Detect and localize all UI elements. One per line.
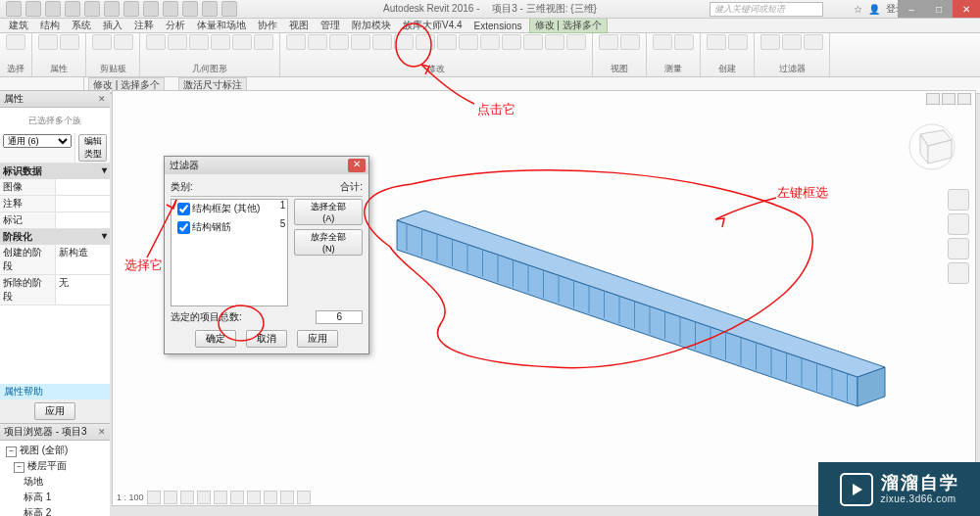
tree-item[interactable]: −楼层平面 xyxy=(2,458,108,474)
qat-icon[interactable] xyxy=(202,1,218,17)
dialog-close-button[interactable]: ✕ xyxy=(348,159,366,172)
view-max-icon[interactable] xyxy=(942,93,956,105)
ribbon-icon[interactable] xyxy=(437,34,457,50)
ribbon-icon[interactable] xyxy=(254,34,273,50)
ribbon-icon[interactable] xyxy=(502,34,521,50)
filter-checkbox[interactable] xyxy=(177,221,190,234)
help-search-input[interactable]: 健入关键词或短语 xyxy=(710,2,823,17)
ribbon-icon[interactable] xyxy=(545,34,564,50)
view-close-icon[interactable] xyxy=(957,93,971,105)
tree-item[interactable]: −视图 (全部) xyxy=(2,443,108,458)
expand-icon[interactable]: − xyxy=(14,462,24,473)
ribbon-tab[interactable]: 族库大师V4.4 xyxy=(398,19,467,32)
tree-item[interactable]: 标高 2 xyxy=(2,505,108,516)
rendering-icon[interactable] xyxy=(214,491,227,504)
ribbon-icon[interactable] xyxy=(38,34,58,50)
close-icon[interactable]: ✕ xyxy=(98,94,106,104)
ribbon-icon[interactable] xyxy=(416,34,435,50)
star-icon[interactable]: ☆ xyxy=(854,4,862,15)
close-icon[interactable]: ✕ xyxy=(98,427,106,437)
ribbon-icon[interactable] xyxy=(6,34,25,50)
ribbon-tab[interactable]: 管理 xyxy=(316,19,345,32)
apply-button[interactable]: 应用 xyxy=(34,402,75,420)
ribbon-icon[interactable] xyxy=(146,34,166,50)
select-all-button[interactable]: 选择全部(A) xyxy=(294,199,363,225)
ribbon-tab[interactable]: 协作 xyxy=(253,19,282,32)
qat-icon[interactable] xyxy=(84,1,100,17)
apply-button[interactable]: 应用 xyxy=(297,330,338,348)
type-selector[interactable]: 通用 (6) xyxy=(3,134,72,148)
qat-icon[interactable] xyxy=(6,1,22,17)
window-maximize-button[interactable]: □ xyxy=(925,0,953,18)
ribbon-tab[interactable]: 视图 xyxy=(284,19,314,32)
qat-icon[interactable] xyxy=(163,1,178,17)
ok-button[interactable]: 确定 xyxy=(195,330,236,348)
edit-type-button[interactable]: 编辑类型 xyxy=(78,134,107,162)
ribbon-icon[interactable] xyxy=(60,34,79,50)
prop-value[interactable]: 新构造 xyxy=(56,245,111,274)
properties-help-link[interactable]: 属性帮助 xyxy=(0,384,110,399)
ribbon-icon[interactable] xyxy=(394,34,414,50)
ribbon-tab[interactable]: 插入 xyxy=(98,19,127,32)
ribbon-tab[interactable]: 分析 xyxy=(161,19,190,32)
crop-region-icon[interactable] xyxy=(247,491,261,504)
qat-icon[interactable] xyxy=(45,1,61,17)
view-scale[interactable]: 1 : 100 xyxy=(117,493,144,502)
qat-icon[interactable] xyxy=(25,1,41,17)
shadows-icon[interactable] xyxy=(197,491,211,504)
sun-path-icon[interactable] xyxy=(180,491,194,504)
ribbon-icon[interactable] xyxy=(189,34,209,50)
ribbon-tab[interactable]: 体量和场地 xyxy=(192,19,251,32)
ribbon-icon[interactable] xyxy=(804,34,823,50)
window-minimize-button[interactable]: – xyxy=(898,0,925,18)
filter-item[interactable]: 结构钢筋5 xyxy=(172,218,287,237)
zoom-icon[interactable] xyxy=(948,238,969,259)
crop-icon[interactable] xyxy=(230,491,244,504)
lock-icon[interactable] xyxy=(264,491,277,504)
pan-icon[interactable] xyxy=(948,213,969,235)
deselect-all-button[interactable]: 放弃全部(N) xyxy=(294,229,363,256)
ribbon-tab[interactable]: 附加模块 xyxy=(347,19,396,32)
prop-value[interactable]: 无 xyxy=(56,275,111,305)
ribbon-icon[interactable] xyxy=(707,34,726,50)
ribbon-tab[interactable]: Extensions xyxy=(469,21,527,31)
ribbon-icon[interactable] xyxy=(653,34,672,50)
filter-checkbox[interactable] xyxy=(177,203,190,215)
ribbon-icon[interactable] xyxy=(329,34,349,50)
window-close-button[interactable]: ✕ xyxy=(953,0,980,18)
orbit-icon[interactable] xyxy=(948,262,969,284)
ribbon-icon[interactable] xyxy=(211,34,230,50)
ribbon-tab[interactable]: 结构 xyxy=(35,19,65,32)
view-min-icon[interactable] xyxy=(926,93,940,105)
qat-icon[interactable] xyxy=(143,1,159,17)
ribbon-icon[interactable] xyxy=(620,34,640,50)
expand-icon[interactable]: ▾ xyxy=(102,230,107,244)
qat-icon[interactable] xyxy=(65,1,80,17)
ribbon-tab[interactable]: 系统 xyxy=(67,19,96,32)
ribbon-icon[interactable] xyxy=(372,34,392,50)
cancel-button[interactable]: 取消 xyxy=(246,330,287,348)
ribbon-icon[interactable] xyxy=(674,34,694,50)
ribbon-icon[interactable] xyxy=(760,34,780,50)
ribbon-icon[interactable] xyxy=(459,34,478,50)
expand-icon[interactable]: ▾ xyxy=(102,164,107,178)
ribbon-icon[interactable] xyxy=(782,34,802,50)
qat-icon[interactable] xyxy=(123,1,139,17)
ribbon-tab[interactable]: 建筑 xyxy=(4,19,33,32)
reveal-icon[interactable] xyxy=(297,491,311,504)
ribbon-icon[interactable] xyxy=(114,34,133,50)
prop-value[interactable] xyxy=(56,179,111,195)
qat-icon[interactable] xyxy=(182,1,198,17)
ribbon-icon[interactable] xyxy=(286,34,306,50)
ribbon-icon[interactable] xyxy=(728,34,748,50)
temp-hide-icon[interactable] xyxy=(280,491,294,504)
prop-value[interactable] xyxy=(56,212,111,228)
expand-icon[interactable]: − xyxy=(6,446,17,457)
ribbon-icon[interactable] xyxy=(523,34,543,50)
user-icon[interactable]: 👤 xyxy=(868,4,880,15)
view-cube[interactable] xyxy=(903,122,961,171)
tree-item[interactable]: 场地 xyxy=(2,474,108,490)
qat-icon[interactable] xyxy=(104,1,120,17)
filter-category-list[interactable]: 结构框架 (其他)1结构钢筋5 xyxy=(171,199,288,306)
ribbon-icon[interactable] xyxy=(480,34,500,50)
